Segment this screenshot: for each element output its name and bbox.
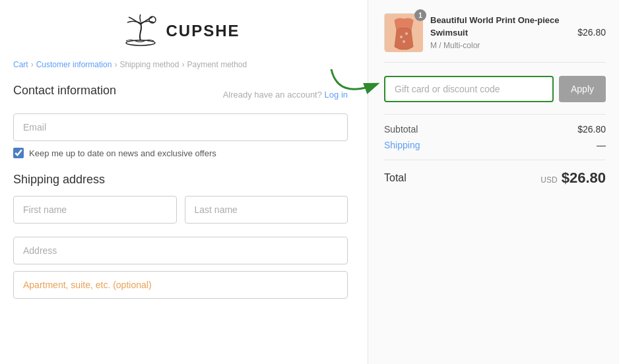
separator-2: › — [114, 60, 117, 69]
product-price: $26.80 — [577, 27, 606, 38]
address-field[interactable] — [13, 237, 348, 264]
contact-header: Contact information Already have an acco… — [13, 84, 348, 106]
product-name: Beautiful World Print One-piece Swimsuit — [430, 15, 570, 38]
breadcrumb-customer-info[interactable]: Customer information — [36, 60, 112, 69]
contact-title: Contact information — [13, 84, 116, 98]
email-field[interactable] — [13, 113, 348, 141]
divider-2 — [384, 160, 606, 160]
divider-1 — [384, 114, 606, 115]
shipping-row: Shipping — — [384, 140, 606, 150]
left-panel: CUPSHE Cart › Customer information › Shi… — [0, 0, 368, 364]
newsletter-label: Keep me up to date on news and exclusive… — [29, 148, 216, 158]
subtotal-label: Subtotal — [384, 124, 418, 135]
svg-point-3 — [400, 36, 403, 38]
name-row — [13, 196, 348, 230]
total-currency: USD — [540, 175, 557, 185]
arrow-indicator — [325, 66, 381, 104]
discount-code-input[interactable] — [384, 76, 554, 102]
total-amount: $26.80 — [562, 169, 606, 187]
shipping-label: Shipping — [384, 140, 420, 150]
apartment-field[interactable] — [13, 271, 348, 299]
subtotal-row: Subtotal $26.80 — [384, 124, 606, 135]
svg-point-0 — [126, 40, 155, 46]
svg-point-4 — [405, 32, 408, 35]
product-quantity-badge: 1 — [414, 9, 426, 21]
product-info: Beautiful World Print One-piece Swimsuit… — [430, 15, 570, 49]
breadcrumb-shipping-method: Shipping method — [119, 60, 179, 69]
breadcrumb-cart[interactable]: Cart — [13, 60, 28, 69]
product-variant: M / Multi-color — [430, 41, 570, 50]
svg-point-5 — [403, 40, 405, 43]
separator-3: › — [181, 60, 184, 69]
separator-1: › — [31, 60, 34, 69]
total-row: Total USD $26.80 — [384, 169, 606, 187]
apply-button[interactable]: Apply — [559, 76, 606, 102]
logo-area: CUPSHE — [13, 13, 348, 48]
first-name-field[interactable] — [13, 196, 177, 224]
newsletter-row: Keep me up to date on news and exclusive… — [13, 148, 348, 158]
right-panel: 1 Beautiful World Print One-piece Swimsu… — [368, 0, 619, 364]
shipping-value: — — [597, 140, 606, 150]
product-row: 1 Beautiful World Print One-piece Swimsu… — [384, 13, 606, 63]
subtotal-value: $26.80 — [577, 124, 606, 135]
last-name-field[interactable] — [185, 196, 348, 224]
brand-logo-icon — [121, 13, 160, 48]
breadcrumb-payment-method: Payment method — [187, 60, 247, 69]
brand-name: CUPSHE — [166, 22, 240, 40]
breadcrumb: Cart › Customer information › Shipping m… — [13, 60, 348, 69]
total-price-area: USD $26.80 — [540, 169, 606, 187]
shipping-address-title: Shipping address — [13, 173, 348, 187]
discount-row: Apply — [384, 76, 606, 102]
newsletter-checkbox[interactable] — [13, 148, 24, 158]
total-label: Total — [384, 172, 407, 184]
product-image-wrapper: 1 — [384, 13, 422, 51]
